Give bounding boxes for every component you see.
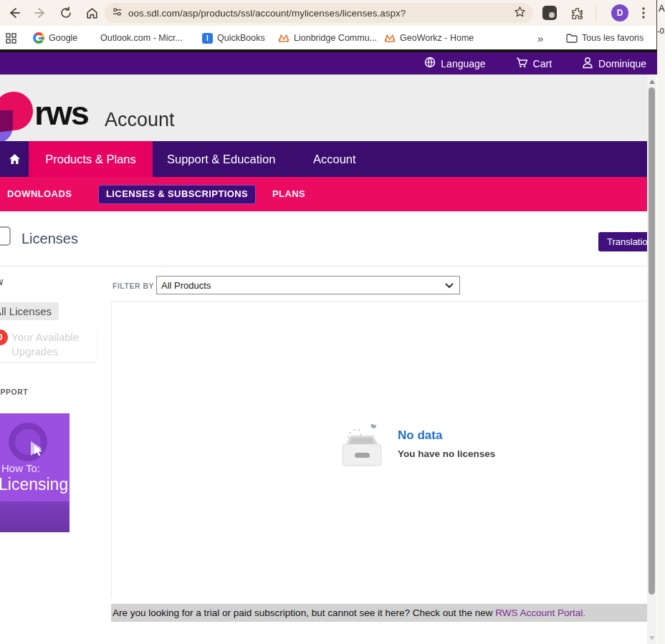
sidebar-divider (111, 301, 112, 598)
site-settings-icon[interactable] (112, 6, 123, 20)
tab-support-education[interactable]: Support & Education (167, 141, 275, 177)
no-data-title: No data (398, 428, 442, 443)
page-title: Licenses (21, 231, 78, 247)
profile-avatar[interactable]: D (611, 4, 628, 21)
apps-grid-icon[interactable] (6, 31, 16, 45)
video-thumb-band (0, 501, 70, 532)
subnav-downloads[interactable]: DOWNLOADS (7, 177, 72, 211)
video-title-line1: How To: (1, 462, 40, 474)
toolbar-divider (595, 6, 596, 20)
scrollbar-up-arrow[interactable] (649, 80, 655, 84)
home-icon[interactable] (83, 4, 100, 21)
page-viewport: rws Account Products & Plans Support & E… (0, 75, 647, 644)
background-window-strip: A -01 (657, 0, 665, 644)
menu-kebab-icon[interactable] (635, 4, 652, 21)
cursor-icon (33, 445, 44, 459)
rws-account-portal-link[interactable]: RWS Account Portal. (495, 607, 585, 618)
forward-icon[interactable] (32, 4, 49, 21)
rws-logo-text[interactable]: rws (34, 93, 88, 133)
background-window-text-bottom: -01 (657, 27, 665, 35)
bookmark-quickbooks[interactable]: I QuickBooks (202, 31, 265, 45)
google-icon (33, 32, 44, 44)
howto-licensing-video[interactable]: How To: Licensing (0, 413, 70, 532)
subnav-licenses-subscriptions[interactable]: LICENSES & SUBSCRIPTIONS (98, 185, 256, 204)
bookmarks-bar: Google Outlook.com - Micr... I QuickBook… (0, 26, 657, 49)
language-menu[interactable]: Language (424, 57, 485, 70)
extensions-puzzle-icon[interactable] (568, 4, 585, 21)
tab-products-plans[interactable]: Products & Plans (29, 141, 153, 177)
sidebar-item-all-licenses[interactable]: All Licenses (0, 302, 59, 320)
page-scrollbar[interactable] (647, 75, 656, 644)
video-title-line2: Licensing (0, 475, 68, 494)
sidebar-item-available-upgrades[interactable]: Your Available Upgrades (0, 327, 97, 362)
site-topbar: Language Cart Dominique (0, 52, 657, 75)
address-bar[interactable]: oos.sdl.com/asp/products/ssl/account/myl… (105, 3, 533, 23)
back-icon[interactable] (6, 4, 23, 21)
url-text[interactable]: oos.sdl.com/asp/products/ssl/account/myl… (128, 8, 514, 19)
title-divider (0, 266, 647, 266)
filter-by-label: FILTER BY (113, 282, 154, 290)
person-icon (582, 57, 593, 71)
lionbridge-icon (278, 32, 290, 44)
app-name: Account (105, 109, 175, 131)
site-header: rws Account (0, 75, 647, 141)
subnav-plans[interactable]: PLANS (272, 177, 305, 211)
tab-account[interactable]: Account (313, 141, 356, 177)
reload-icon[interactable] (57, 4, 75, 21)
translation-button[interactable]: Translation (598, 232, 647, 251)
folder-icon (566, 32, 578, 44)
sidebar-view-heading: VIEW (0, 278, 4, 287)
licenses-icon (0, 225, 13, 252)
all-bookmarks-folder[interactable]: Tous les favoris (566, 31, 644, 45)
sidebar-support-heading: SUPPORT (0, 388, 28, 396)
bookmark-outlook[interactable]: Outlook.com - Micr... (86, 31, 183, 45)
footer-note: Are you looking for a trial or paid subs… (111, 604, 647, 622)
nav-home-icon[interactable] (0, 141, 29, 177)
browser-toolbar: oos.sdl.com/asp/products/ssl/account/myl… (0, 0, 657, 26)
bookmarks-overflow-chevron[interactable]: » (537, 31, 543, 45)
bookmark-geoworkz[interactable]: GeoWorkz - Home (384, 31, 474, 45)
bookmark-lionbridge[interactable]: Lionbridge Commu... (278, 31, 377, 45)
chevron-down-icon (445, 280, 454, 291)
main-nav: Products & Plans Support & Education Acc… (0, 141, 647, 177)
empty-drawer-icon (333, 415, 391, 476)
filter-products-select[interactable]: All Products (156, 276, 460, 294)
geoworkz-icon (384, 32, 396, 44)
content-top-divider (111, 301, 647, 302)
cart-icon (516, 57, 528, 70)
sub-nav: DOWNLOADS LICENSES & SUBSCRIPTIONS PLANS (0, 177, 647, 211)
bookmark-google[interactable]: Google (33, 31, 77, 45)
cart-menu[interactable]: Cart (516, 57, 552, 70)
quickbooks-icon: I (202, 33, 213, 44)
scrollbar-down-arrow[interactable] (649, 636, 655, 640)
background-window-text-top: A (659, 3, 665, 14)
extension-icon[interactable] (542, 6, 557, 20)
user-menu[interactable]: Dominique (582, 57, 646, 71)
no-data-message: You have no licenses (398, 448, 495, 459)
bookmark-star-icon[interactable] (514, 6, 526, 21)
rws-logo-petal-purple (0, 110, 13, 141)
globe-icon (424, 57, 436, 70)
microsoft-icon (86, 33, 96, 43)
scrollbar-thumb[interactable] (649, 87, 655, 595)
